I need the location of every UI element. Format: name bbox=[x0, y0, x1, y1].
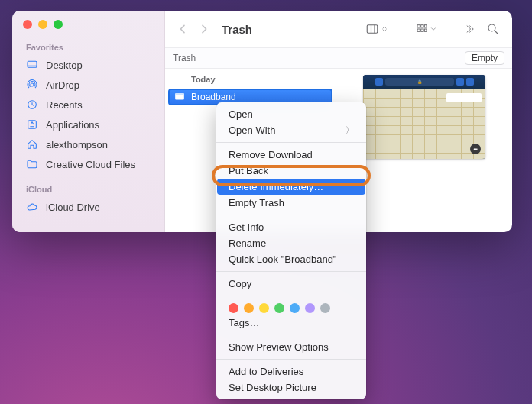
forward-button[interactable] bbox=[196, 21, 212, 37]
menu-item-label: Open With bbox=[229, 124, 275, 136]
empty-trash-button[interactable]: Empty bbox=[465, 51, 504, 65]
menu-item-show-preview-options[interactable]: Show Preview Options bbox=[216, 339, 366, 355]
sidebar-item-creative-cloud-files[interactable]: Creative Cloud Files bbox=[12, 154, 164, 174]
menu-separator bbox=[216, 359, 366, 360]
toolbar: Trash bbox=[165, 11, 512, 47]
svg-rect-11 bbox=[417, 29, 420, 31]
sidebar-item-desktop[interactable]: Desktop bbox=[12, 55, 164, 75]
svg-rect-12 bbox=[421, 29, 423, 31]
menu-item-get-info[interactable]: Get Info bbox=[216, 219, 366, 235]
tag-color-row bbox=[216, 300, 366, 315]
window-title: Trash bbox=[222, 23, 252, 36]
chevron-right-icon: 〉 bbox=[345, 124, 354, 136]
menu-item-set-desktop-picture[interactable]: Set Desktop Picture bbox=[216, 380, 366, 396]
menu-item-rename[interactable]: Rename bbox=[216, 235, 366, 251]
menu-separator bbox=[216, 142, 366, 143]
zoom-window-button[interactable] bbox=[54, 20, 63, 29]
sidebar-item-label: Recents bbox=[46, 99, 83, 111]
svg-point-2 bbox=[31, 83, 34, 86]
home-icon bbox=[26, 138, 38, 150]
desktop-icon bbox=[26, 59, 38, 71]
menu-item-label: Delete Immediately… bbox=[229, 181, 323, 192]
svg-line-15 bbox=[495, 31, 498, 34]
menu-item-label: Put Back bbox=[229, 165, 268, 176]
menu-item-label: Show Preview Options bbox=[229, 341, 329, 353]
svg-rect-10 bbox=[424, 25, 427, 27]
map-preview bbox=[363, 89, 485, 159]
svg-rect-0 bbox=[28, 61, 37, 67]
menu-item-delete-immediately[interactable]: Delete Immediately… bbox=[217, 179, 365, 195]
tabs-icon bbox=[466, 78, 474, 86]
menu-item-quick-look-broadband[interactable]: Quick Look "Broadband" bbox=[216, 251, 366, 267]
cloud-icon bbox=[26, 201, 38, 213]
menu-item-label: Rename bbox=[229, 238, 266, 249]
sidebar-item-alexthompson[interactable]: alexthompson bbox=[12, 134, 164, 154]
sidebar-item-recents[interactable]: Recents bbox=[12, 95, 164, 115]
svg-rect-9 bbox=[421, 25, 423, 27]
menu-item-empty-trash[interactable]: Empty Trash bbox=[216, 195, 366, 211]
search-button[interactable] bbox=[483, 21, 503, 37]
sidebar: FavoritesDesktopAirDropRecentsApplicatio… bbox=[12, 11, 165, 232]
window-controls bbox=[12, 18, 164, 40]
path-bar: Trash Empty bbox=[165, 47, 512, 69]
share-icon bbox=[456, 78, 464, 86]
tag-color[interactable] bbox=[274, 303, 284, 313]
menu-item-label: Quick Look "Broadband" bbox=[229, 254, 336, 265]
column-view-button[interactable] bbox=[361, 21, 391, 37]
menu-item-open[interactable]: Open bbox=[216, 106, 366, 122]
menu-item-remove-download[interactable]: Remove Download bbox=[216, 147, 366, 163]
menu-separator bbox=[216, 271, 366, 272]
svg-rect-8 bbox=[417, 25, 420, 27]
back-button[interactable] bbox=[174, 21, 191, 37]
sidebar-item-label: Creative Cloud Files bbox=[46, 159, 135, 170]
sidebar-item-label: Applications bbox=[46, 119, 99, 131]
menu-item-label: Add to Deliveries bbox=[229, 366, 303, 377]
tag-color[interactable] bbox=[290, 303, 300, 313]
close-window-button[interactable] bbox=[23, 20, 32, 29]
webloc-icon bbox=[174, 92, 185, 102]
sidebar-item-applications[interactable]: Applications bbox=[12, 115, 164, 134]
preview-browser-chrome: 🔒 bbox=[363, 75, 485, 89]
menu-item-open-with[interactable]: Open With〉 bbox=[216, 122, 366, 138]
sidebar-group-favorites: Favorites bbox=[12, 40, 164, 55]
menu-item-copy[interactable]: Copy bbox=[216, 276, 366, 292]
airdrop-icon bbox=[26, 79, 38, 91]
tag-color[interactable] bbox=[320, 303, 330, 313]
context-menu: OpenOpen With〉Remove DownloadPut BackDel… bbox=[216, 102, 366, 399]
sidebar-item-label: alexthompson bbox=[46, 139, 108, 150]
menu-item-label: Set Desktop Picture bbox=[229, 382, 316, 393]
sidebar-item-airdrop[interactable]: AirDrop bbox=[12, 75, 164, 95]
path-label: Trash bbox=[173, 53, 196, 63]
menu-item-tags[interactable]: Tags… bbox=[216, 315, 366, 331]
clock-icon bbox=[26, 99, 38, 111]
sidebar-group-icloud: iCloud bbox=[12, 182, 164, 197]
group-button[interactable] bbox=[411, 21, 440, 37]
menu-item-put-back[interactable]: Put Back bbox=[216, 163, 366, 179]
shield-icon bbox=[375, 78, 383, 86]
menu-separator bbox=[216, 215, 366, 215]
svg-rect-13 bbox=[424, 29, 427, 31]
svg-rect-17 bbox=[175, 93, 184, 95]
menu-item-label: Tags… bbox=[229, 317, 259, 328]
app-icon bbox=[26, 118, 38, 131]
menu-separator bbox=[216, 335, 366, 335]
menu-item-label: Copy bbox=[229, 278, 251, 289]
sidebar-item-label: AirDrop bbox=[46, 79, 79, 91]
folder-icon bbox=[26, 158, 38, 170]
tag-color[interactable] bbox=[305, 303, 315, 313]
menu-item-label: Get Info bbox=[229, 221, 264, 233]
menu-item-label: Empty Trash bbox=[229, 197, 284, 208]
date-section: Today bbox=[165, 72, 336, 87]
tag-color[interactable] bbox=[259, 303, 269, 313]
menu-item-add-to-deliveries[interactable]: Add to Deliveries bbox=[216, 364, 366, 380]
tag-color[interactable] bbox=[244, 303, 254, 313]
sidebar-item-label: iCloud Drive bbox=[46, 202, 100, 213]
minimize-window-button[interactable] bbox=[38, 20, 47, 29]
sidebar-item-icloud-drive[interactable]: iCloud Drive bbox=[12, 197, 164, 217]
sidebar-item-label: Desktop bbox=[46, 60, 83, 71]
more-button[interactable] bbox=[460, 21, 478, 37]
tag-color[interactable] bbox=[229, 303, 238, 313]
preview-thumbnail[interactable]: 🔒 bbox=[363, 75, 485, 159]
svg-rect-5 bbox=[367, 25, 378, 34]
chat-icon bbox=[470, 144, 481, 154]
